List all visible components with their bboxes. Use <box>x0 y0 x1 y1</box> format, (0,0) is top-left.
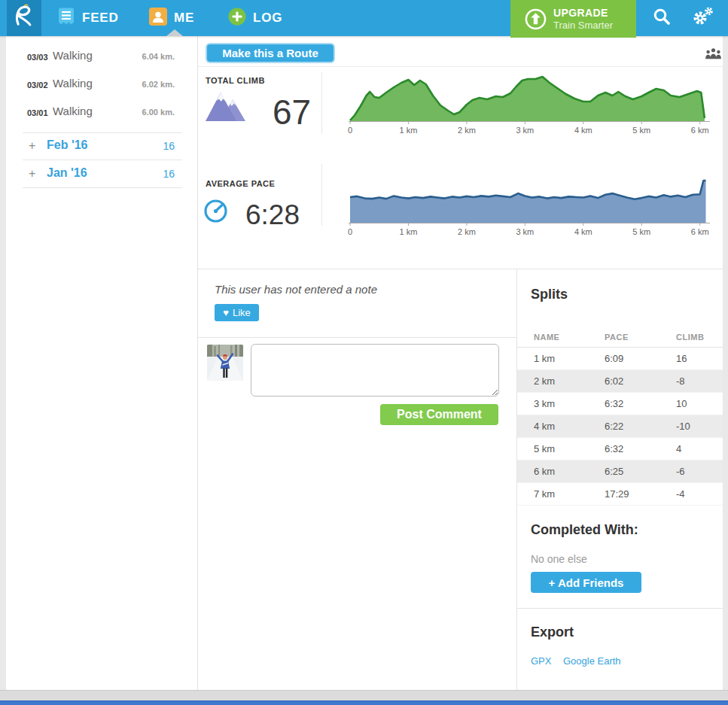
x-axis-tick-label: 2 km <box>458 227 476 236</box>
table-cell: -4 <box>676 488 723 500</box>
activity-row[interactable]: 03/02 Walking 6.02 km. <box>6 73 197 101</box>
x-axis-tick-label: 1 km <box>400 227 418 236</box>
settings-button[interactable] <box>690 0 714 36</box>
divider <box>198 337 516 338</box>
splits-table-body: 1 km6:09162 km6:02-83 km6:32104 km6:22-1… <box>517 348 723 506</box>
make-route-button[interactable]: Make this a Route <box>207 44 334 62</box>
column-header-climb: CLIMB <box>676 333 723 342</box>
divider <box>23 187 182 188</box>
divider <box>321 71 322 134</box>
divider <box>23 132 182 133</box>
activity-date: 03/03 <box>27 53 48 62</box>
activity-row[interactable]: 03/01 Walking 6.00 km. <box>6 101 197 129</box>
brand-logo[interactable] <box>7 0 41 36</box>
table-row: 5 km6:324 <box>517 438 723 460</box>
search-button[interactable] <box>652 0 672 36</box>
sidebar-month-jan[interactable]: + Jan '16 16 <box>6 162 197 187</box>
group-friends-icon[interactable] <box>705 47 722 62</box>
upgrade-button[interactable]: UPGRADE Train Smarter <box>510 0 636 38</box>
table-cell: 17:29 <box>605 488 676 500</box>
table-cell: 4 km <box>534 421 605 432</box>
divider <box>321 164 322 226</box>
upgrade-sublabel: Train Smarter <box>553 20 613 32</box>
activity-type: Walking <box>53 49 93 62</box>
x-axis-tick-label: 4 km <box>574 227 592 236</box>
export-google-earth-link[interactable]: Google Earth <box>563 655 621 667</box>
up-arrow-icon <box>524 8 547 31</box>
table-cell: 6:22 <box>605 421 676 432</box>
table-row: 3 km6:3210 <box>517 393 723 415</box>
expand-plus-icon: + <box>29 139 35 153</box>
heart-icon: ♥ <box>223 307 229 318</box>
splits-table-header: NAME PACE CLIMB <box>517 327 723 348</box>
average-pace-value: 6:28 <box>245 199 300 231</box>
table-row: 2 km6:02-8 <box>517 370 723 393</box>
table-cell: 1 km <box>534 353 605 364</box>
table-cell: 4 <box>676 443 723 454</box>
table-cell: 6:32 <box>605 398 676 409</box>
avatar[interactable] <box>207 345 243 381</box>
bottom-blue-bar <box>0 700 728 705</box>
x-axis-tick-label: 0 <box>348 227 352 236</box>
x-axis-tick-label: 4 km <box>574 126 592 135</box>
nav-item-log[interactable]: LOG <box>228 0 282 36</box>
table-cell: 10 <box>676 398 723 409</box>
like-button[interactable]: ♥ Like <box>215 304 259 321</box>
divider <box>517 608 723 609</box>
column-header-name: NAME <box>534 333 605 342</box>
x-axis-tick-label: 6 km <box>691 227 709 236</box>
add-friends-button[interactable]: + Add Friends <box>531 572 641 593</box>
pace-chart-line <box>350 181 706 199</box>
like-label: Like <box>233 307 251 318</box>
activity-row[interactable]: 03/03 Walking 6.04 km. <box>6 45 197 73</box>
total-climb-label: TOTAL CLIMB <box>206 76 265 85</box>
table-cell: 2 km <box>534 375 605 387</box>
month-count: 16 <box>163 140 175 152</box>
post-comment-button[interactable]: Post Comment <box>380 404 498 425</box>
activity-distance: 6.04 km. <box>142 52 175 61</box>
bottom-gray-strip <box>0 690 728 701</box>
table-cell: -8 <box>676 375 723 387</box>
splits-title: Splits <box>531 287 568 302</box>
sidebar-month-feb[interactable]: + Feb '16 16 <box>6 134 197 160</box>
divider <box>23 160 182 160</box>
log-plus-icon <box>228 8 246 29</box>
average-pace-label: AVERAGE PACE <box>206 179 275 188</box>
completed-with-title: Completed With: <box>531 522 638 538</box>
completed-with-empty: No one else <box>531 553 587 565</box>
x-axis-tick-label: 3 km <box>516 227 534 236</box>
feed-list-icon <box>57 7 75 29</box>
table-cell: 6:09 <box>605 353 676 364</box>
runkeeper-logo-icon <box>11 2 38 35</box>
column-header-pace: PACE <box>605 333 676 342</box>
search-icon <box>652 7 672 29</box>
expand-plus-icon: + <box>29 167 35 181</box>
speedometer-icon <box>202 197 230 228</box>
nav-item-feed[interactable]: FEED <box>57 0 119 36</box>
table-cell: 3 km <box>534 398 605 409</box>
table-cell: 6:02 <box>605 375 676 387</box>
comment-input[interactable] <box>251 344 499 397</box>
table-cell: -6 <box>676 466 723 477</box>
month-count: 16 <box>163 168 175 180</box>
table-cell: 16 <box>676 353 723 364</box>
activity-date: 03/01 <box>27 108 48 117</box>
table-row: 6 km6:25-6 <box>517 460 723 483</box>
x-axis-tick-label: 5 km <box>632 126 650 135</box>
elevation-chart[interactable]: 01 km2 km3 km4 km5 km6 km <box>349 69 711 132</box>
nav-label-me: ME <box>174 11 194 26</box>
total-climb-value: 67 <box>273 92 311 132</box>
x-axis-tick-label: 6 km <box>691 126 709 135</box>
table-row: 1 km6:0916 <box>517 348 723 370</box>
mountain-icon <box>204 90 246 125</box>
activity-type: Walking <box>53 77 93 90</box>
divider <box>198 66 723 67</box>
x-axis-tick-label: 1 km <box>400 126 418 135</box>
export-gpx-link[interactable]: GPX <box>531 655 551 667</box>
nav-label-feed: FEED <box>82 11 119 26</box>
table-cell: 6 km <box>534 466 605 477</box>
activity-date: 03/02 <box>27 81 48 90</box>
pace-chart[interactable]: 01 km2 km3 km4 km5 km6 km <box>349 172 711 235</box>
elevation-profile-area <box>350 77 705 121</box>
nav-label-log: LOG <box>253 11 282 26</box>
